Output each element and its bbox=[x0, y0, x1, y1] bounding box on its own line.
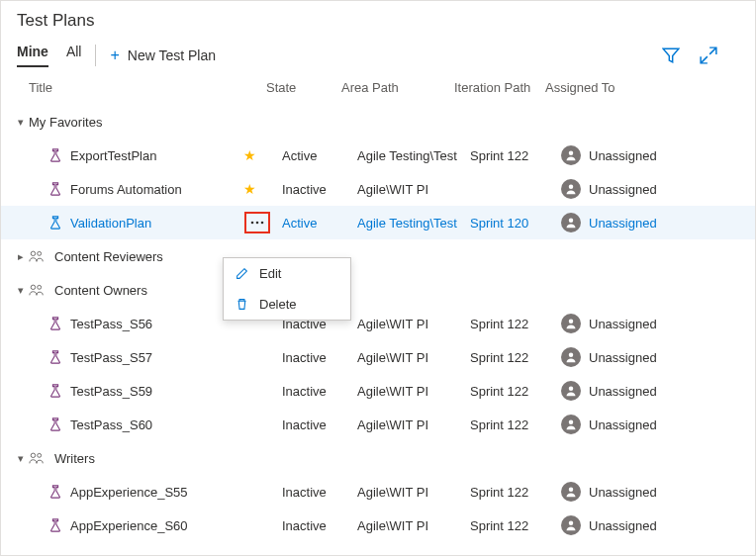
svg-point-11 bbox=[569, 353, 574, 358]
svg-point-7 bbox=[38, 251, 42, 255]
row-state: Active bbox=[282, 216, 357, 231]
star-icon[interactable]: ★ bbox=[243, 147, 256, 163]
row-iteration: Sprint 120 bbox=[470, 216, 561, 231]
group-favorites[interactable]: ▾ My Favorites bbox=[1, 105, 755, 139]
test-plan-icon bbox=[48, 216, 62, 230]
row-area: Agile\WIT PI bbox=[357, 182, 470, 197]
table-row[interactable]: ▾ ValidationPlan Active Agile Testing\Te… bbox=[1, 206, 755, 239]
header-title[interactable]: Title bbox=[29, 80, 266, 95]
group-owners[interactable]: ▾ Content Owners bbox=[1, 273, 755, 307]
test-plans-page: Test Plans Mine All + New Test Plan Titl… bbox=[0, 0, 756, 556]
svg-point-15 bbox=[38, 453, 42, 457]
row-area: Agile Testing\Test bbox=[357, 148, 470, 163]
test-plan-icon bbox=[48, 518, 62, 532]
avatar bbox=[561, 515, 581, 535]
row-title: TestPass_S60 bbox=[70, 417, 152, 432]
group-label: Content Reviewers bbox=[54, 249, 163, 264]
table-row[interactable]: ▾ Forums Automation ★ Inactive Agile\WIT… bbox=[1, 172, 755, 206]
row-assigned: Unassigned bbox=[561, 314, 755, 333]
plus-icon: + bbox=[110, 47, 119, 63]
row-title: ExportTestPlan bbox=[70, 148, 156, 163]
delete-icon bbox=[236, 298, 249, 311]
avatar bbox=[561, 415, 581, 434]
avatar bbox=[561, 213, 581, 232]
avatar bbox=[561, 145, 581, 165]
new-test-plan-label: New Test Plan bbox=[128, 47, 216, 63]
svg-point-5 bbox=[569, 219, 574, 224]
menu-edit[interactable]: Edit bbox=[224, 258, 350, 289]
group-label: Content Owners bbox=[54, 283, 147, 298]
star-icon[interactable]: ★ bbox=[243, 181, 256, 197]
svg-point-1 bbox=[569, 185, 574, 190]
filter-icon[interactable] bbox=[662, 46, 680, 64]
avatar bbox=[561, 179, 581, 199]
test-plan-icon bbox=[48, 417, 62, 431]
header-assigned[interactable]: Assigned To bbox=[545, 80, 755, 95]
test-plan-icon bbox=[48, 317, 62, 330]
tab-mine[interactable]: Mine bbox=[17, 44, 48, 67]
chevron-down-icon[interactable]: ▾ bbox=[13, 452, 29, 465]
divider bbox=[95, 45, 96, 66]
svg-point-6 bbox=[31, 251, 35, 255]
group-icon bbox=[29, 283, 48, 297]
chevron-down-icon[interactable]: ▾ bbox=[13, 116, 29, 129]
svg-point-3 bbox=[256, 222, 259, 225]
context-menu: Edit Delete bbox=[223, 257, 351, 321]
table-row[interactable]: ▾ AppExperience_S60 Inactive Agile\WIT P… bbox=[1, 509, 755, 542]
menu-delete[interactable]: Delete bbox=[224, 289, 350, 320]
new-test-plan-button[interactable]: + New Test Plan bbox=[110, 47, 216, 63]
table-row[interactable]: ▾ TestPass_S60 Inactive Agile\WIT PI Spr… bbox=[1, 408, 755, 441]
svg-point-16 bbox=[569, 488, 574, 493]
tabs: Mine All bbox=[17, 44, 81, 67]
group-writers[interactable]: ▾ Writers bbox=[1, 441, 755, 475]
row-title: TestPass_S56 bbox=[70, 317, 152, 331]
ellipsis-icon bbox=[250, 221, 264, 225]
row-iteration: Sprint 122 bbox=[470, 148, 561, 163]
svg-point-2 bbox=[251, 222, 254, 225]
table-row[interactable]: ▾ ExportTestPlan ★ Active Agile Testing\… bbox=[1, 139, 755, 172]
test-plan-icon bbox=[48, 350, 62, 364]
test-plan-icon bbox=[48, 148, 62, 162]
chevron-down-icon[interactable]: ▾ bbox=[13, 284, 29, 297]
row-state: Active bbox=[282, 148, 357, 163]
group-reviewers[interactable]: ▸ Content Reviewers bbox=[1, 239, 755, 273]
table-row[interactable]: ▾ TestPass_S57 Inactive Agile\WIT PI Spr… bbox=[1, 340, 755, 374]
svg-point-14 bbox=[31, 453, 35, 457]
table-header: Title State Area Path Iteration Path Ass… bbox=[1, 70, 755, 105]
row-area: Agile\WIT PI bbox=[357, 317, 470, 331]
header-state[interactable]: State bbox=[266, 80, 341, 95]
avatar bbox=[561, 314, 581, 333]
table-row[interactable]: ▾ TestPass_S56 Inactive Agile\WIT PI Spr… bbox=[1, 307, 755, 340]
svg-point-13 bbox=[569, 420, 574, 425]
svg-point-4 bbox=[261, 222, 264, 225]
group-label: My Favorites bbox=[29, 115, 102, 130]
table-row[interactable]: ▾ TestPass_S59 Inactive Agile\WIT PI Spr… bbox=[1, 374, 755, 408]
chevron-right-icon[interactable]: ▸ bbox=[13, 250, 29, 263]
group-label: Writers bbox=[54, 451, 95, 466]
menu-edit-label: Edit bbox=[259, 266, 281, 281]
edit-icon bbox=[236, 267, 249, 280]
svg-point-8 bbox=[31, 285, 35, 289]
tab-all[interactable]: All bbox=[66, 44, 82, 67]
table-row[interactable]: ▾ AppExperience_S55 Inactive Agile\WIT P… bbox=[1, 475, 755, 509]
expand-icon[interactable] bbox=[700, 46, 717, 64]
avatar bbox=[561, 482, 581, 502]
row-title: Forums Automation bbox=[70, 182, 182, 197]
test-plan-icon bbox=[48, 485, 62, 499]
header-area[interactable]: Area Path bbox=[341, 80, 454, 95]
menu-delete-label: Delete bbox=[259, 297, 297, 312]
test-plan-icon bbox=[48, 384, 62, 398]
avatar bbox=[561, 347, 581, 367]
row-title: AppExperience_S55 bbox=[70, 485, 188, 500]
more-actions-button[interactable] bbox=[244, 212, 270, 233]
svg-point-10 bbox=[569, 320, 574, 324]
page-title: Test Plans bbox=[1, 1, 755, 37]
row-assigned: Unassigned bbox=[561, 145, 755, 165]
svg-point-9 bbox=[38, 285, 42, 289]
row-iteration: Sprint 122 bbox=[470, 317, 561, 331]
row-title: AppExperience_S60 bbox=[70, 518, 188, 533]
row-title: ValidationPlan bbox=[70, 216, 151, 231]
header-iteration[interactable]: Iteration Path bbox=[454, 80, 545, 95]
group-icon bbox=[29, 451, 48, 465]
svg-point-0 bbox=[569, 151, 574, 156]
